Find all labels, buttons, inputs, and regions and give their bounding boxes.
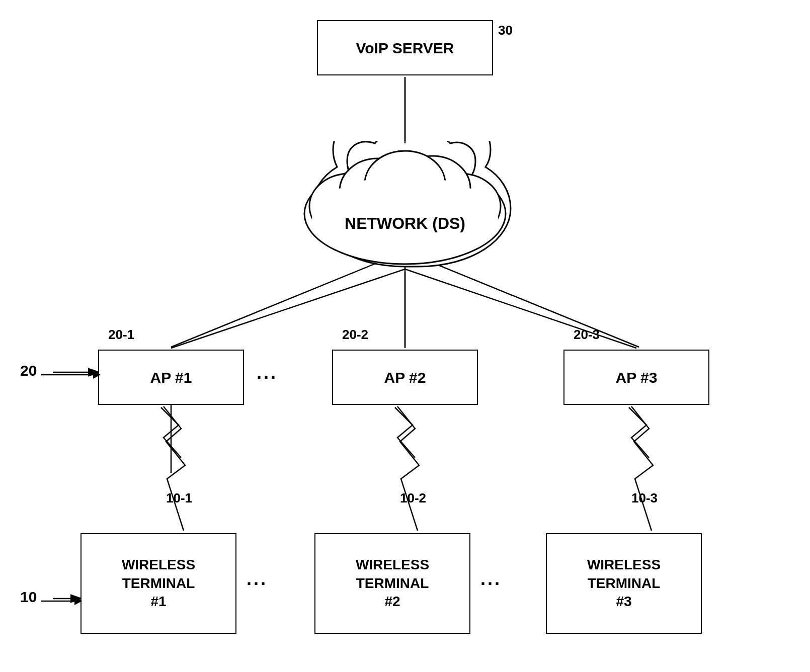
network-diagram: VoIP SERVER 30 NETWORK (DS) AP #1 20-1 A… bbox=[0, 0, 810, 672]
svg-marker-17 bbox=[93, 371, 101, 379]
svg-marker-19 bbox=[74, 597, 82, 605]
lightning-bolts bbox=[0, 0, 810, 672]
svg-line-23 bbox=[405, 269, 636, 348]
svg-line-21 bbox=[171, 269, 405, 348]
